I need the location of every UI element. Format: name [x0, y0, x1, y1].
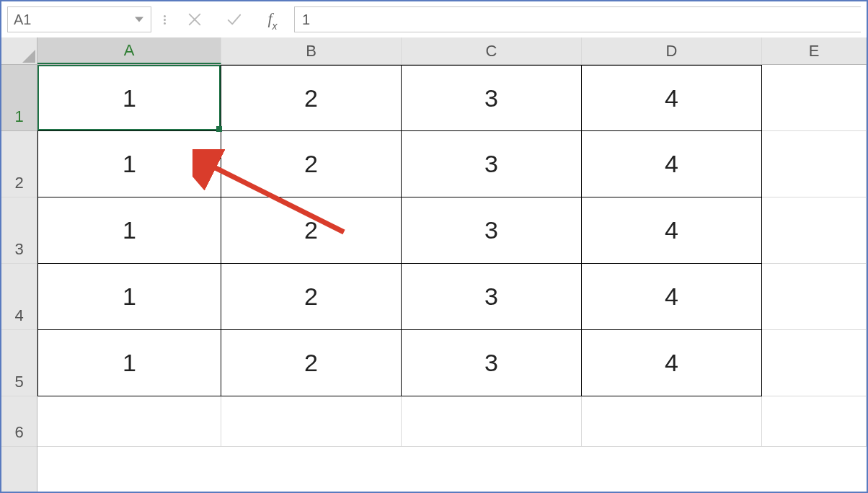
cell-A1[interactable]: 1 — [37, 65, 221, 131]
cell-C2[interactable]: 3 — [402, 131, 582, 197]
table-row: 1234 — [37, 264, 867, 330]
select-all-corner[interactable] — [1, 37, 37, 65]
cell-B5[interactable]: 2 — [221, 330, 402, 396]
formula-input[interactable]: 1 — [294, 6, 861, 32]
name-box-value: A1 — [14, 12, 133, 28]
name-box-dropdown-icon[interactable] — [133, 15, 145, 24]
table-row: 1234 — [37, 330, 867, 396]
cell-B3[interactable]: 2 — [221, 197, 402, 264]
row-header-4[interactable]: 4 — [1, 264, 37, 330]
cell-E2[interactable] — [762, 131, 867, 197]
cell-E6[interactable] — [762, 396, 867, 447]
cell-B4[interactable]: 2 — [221, 264, 402, 330]
formula-bar: A1 fx 1 — [1, 1, 867, 37]
column-header-E[interactable]: E — [762, 37, 867, 64]
cell-B6[interactable] — [221, 396, 402, 447]
column-header-A[interactable]: A — [37, 37, 221, 64]
table-row: 1234 — [37, 131, 867, 197]
cell-E4[interactable] — [762, 264, 867, 330]
cell-D1[interactable]: 4 — [582, 65, 762, 131]
cell-B1[interactable]: 2 — [221, 65, 402, 131]
table-row: 1234 — [37, 65, 867, 131]
formula-input-value: 1 — [302, 12, 310, 28]
column-header-D[interactable]: D — [582, 37, 762, 64]
cell-A3[interactable]: 1 — [37, 197, 221, 264]
select-all-triangle-icon — [22, 50, 35, 63]
cell-D5[interactable]: 4 — [582, 330, 762, 396]
row-header-6[interactable]: 6 — [1, 396, 37, 447]
formula-bar-separator — [156, 6, 173, 32]
cancel-button[interactable] — [177, 6, 212, 32]
column-header-C[interactable]: C — [402, 37, 582, 64]
grid[interactable]: ABCDE 12341234123412341234 — [37, 37, 867, 492]
cell-D4[interactable]: 4 — [582, 264, 762, 330]
column-headers: ABCDE — [37, 37, 867, 65]
cell-C4[interactable]: 3 — [402, 264, 582, 330]
table-row: 1234 — [37, 197, 867, 264]
fx-icon: fx — [267, 9, 277, 30]
cell-B2[interactable]: 2 — [221, 131, 402, 197]
row-header-1[interactable]: 1 — [1, 65, 37, 131]
row-headers: 123456 — [1, 37, 37, 492]
cell-A5[interactable]: 1 — [37, 330, 221, 396]
cell-D6[interactable] — [582, 396, 762, 447]
cell-D3[interactable]: 4 — [582, 197, 762, 264]
cell-C5[interactable]: 3 — [402, 330, 582, 396]
x-icon — [187, 12, 203, 27]
sheet-area: 123456 ABCDE 12341234123412341234 — [1, 37, 867, 492]
cell-C3[interactable]: 3 — [402, 197, 582, 264]
cell-E1[interactable] — [762, 65, 867, 131]
name-box[interactable]: A1 — [7, 6, 151, 32]
cell-E3[interactable] — [762, 197, 867, 264]
excel-window: A1 fx 1 — [0, 0, 868, 493]
enter-button[interactable] — [216, 6, 251, 32]
check-icon — [226, 12, 242, 27]
row-header-5[interactable]: 5 — [1, 330, 37, 396]
cell-C1[interactable]: 3 — [402, 65, 582, 131]
cells[interactable]: 12341234123412341234 — [37, 65, 867, 447]
table-row — [37, 396, 867, 447]
insert-function-button[interactable]: fx — [255, 6, 290, 32]
cell-C6[interactable] — [402, 396, 582, 447]
cell-D2[interactable]: 4 — [582, 131, 762, 197]
cell-A6[interactable] — [37, 396, 221, 447]
cell-A2[interactable]: 1 — [37, 131, 221, 197]
cell-E5[interactable] — [762, 330, 867, 396]
row-header-3[interactable]: 3 — [1, 197, 37, 264]
row-header-2[interactable]: 2 — [1, 131, 37, 197]
cell-A4[interactable]: 1 — [37, 264, 221, 330]
column-header-B[interactable]: B — [221, 37, 402, 64]
